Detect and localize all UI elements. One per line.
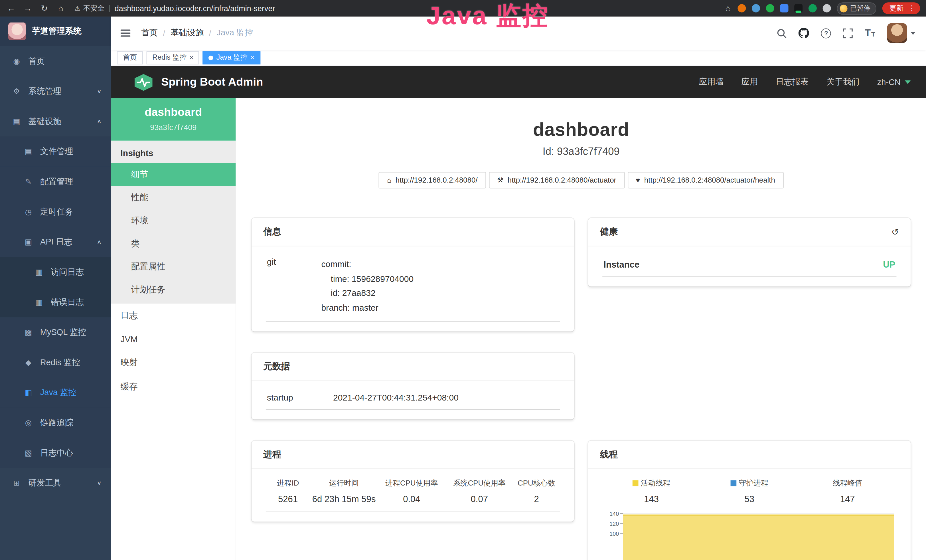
hamburger-icon[interactable] [120,30,130,37]
sba-menu-classes[interactable]: 类 [111,232,236,255]
sidebar-item-scheduled-tasks[interactable]: ◷ 定时任务 [0,197,111,227]
java-monitor-icon: ◧ [24,388,33,397]
sba-group-label[interactable]: Insights [111,141,236,163]
sidebar-item-home[interactable]: ◉ 首页 [0,46,111,76]
sidebar-item-log-center[interactable]: ▧ 日志中心 [0,437,111,468]
sba-nav-wallboard[interactable]: 应用墙 [699,77,723,87]
history-icon[interactable]: ↺ [891,227,899,237]
sba-main-content: dashboard Id: 93a3fc7f7409 ⌂ http://192.… [236,98,926,560]
sidebar-item-dev-tools[interactable]: ⊞ 研发工具 ∨ [0,468,111,498]
app-logo [8,23,26,40]
sba-nav-about[interactable]: 关于我们 [826,77,859,87]
font-size-icon[interactable]: TT [865,28,875,38]
process-card-header: 进程 [251,440,574,469]
back-icon[interactable]: ← [6,3,17,13]
sba-menu-performance[interactable]: 性能 [111,186,236,209]
sba-menu-config-properties[interactable]: 配置属性 [111,255,236,278]
sba-menu-jvm[interactable]: JVM [111,328,236,350]
sba-brand-title[interactable]: Spring Boot Admin [161,76,263,89]
extension-icon[interactable] [823,4,831,12]
breadcrumb-separator: / [163,28,165,38]
avatar[interactable] [887,23,907,43]
sba-nav-journal[interactable]: 日志报表 [776,77,809,87]
tab-java-monitor[interactable]: Java 监控 × [203,51,260,64]
extension-icon[interactable] [737,4,746,12]
column-header: 进程ID [266,478,310,488]
sba-menu-logs[interactable]: 日志 [111,304,236,328]
process-id-value: 5261 [266,493,310,504]
extension-icon[interactable] [794,4,802,12]
security-warning-icon[interactable]: ⚠ [74,5,80,12]
extension-icon[interactable] [766,4,774,12]
browser-update-button[interactable]: 更新 ⋮ [882,2,920,14]
info-row-git: git commit: time: 1596289704000 id: 27aa… [266,249,560,322]
instance-root-link[interactable]: ⌂ http://192.168.0.2:48080/ [379,172,486,189]
sidebar-item-redis-monitor[interactable]: ◆ Redis 监控 [0,348,111,378]
fullscreen-icon[interactable] [843,28,853,38]
sidebar-item-error-logs[interactable]: ▥ 错误日志 [0,287,111,317]
paused-label: 已暂停 [850,4,870,12]
sba-menu-details[interactable]: 细节 [111,163,236,186]
sidebar-item-access-logs[interactable]: ▥ 访问日志 [0,257,111,287]
security-label: 不安全 [83,3,104,13]
extension-icon[interactable] [808,4,817,12]
sidebar-item-config-management[interactable]: ✎ 配置管理 [0,166,111,197]
sba-nav-applications[interactable]: 应用 [741,77,758,87]
health-card: 健康 ↺ Instance UP [589,218,911,286]
chevron-up-icon: ∧ [97,118,101,125]
daemon-threads-swatch [731,480,737,486]
sba-menu-environment[interactable]: 环境 [111,209,236,232]
update-label: 更新 [890,3,904,13]
sba-instance-id: 93a3fc7f7409 [117,123,230,132]
instance-health-link[interactable]: ♥ http://192.168.0.2:48080/actuator/heal… [628,172,784,189]
forward-icon[interactable]: → [23,3,33,13]
breadcrumb-section[interactable]: 基础设施 [171,28,204,38]
main-column: 首页 / 基础设施 / Java 监控 ? [111,17,926,560]
sidebar-item-infrastructure[interactable]: ▦ 基础设施 ∧ [0,106,111,137]
info-row-value: commit: time: 1596289704000 id: 27aa832 … [321,257,559,315]
user-menu[interactable] [887,23,915,43]
app-logo-row[interactable]: 芋道管理系统 [0,17,111,46]
sidebar-item-system-management[interactable]: ⚙ 系统管理 ∨ [0,76,111,106]
help-icon[interactable]: ? [821,28,831,38]
breadcrumb-current: Java 监控 [217,28,253,38]
profile-paused-badge[interactable]: 已暂停 [837,2,876,14]
sidebar-item-java-monitor[interactable]: ◧ Java 监控 [0,377,111,408]
sba-menu-scheduled-tasks[interactable]: 计划任务 [111,278,236,301]
health-row-instance: Instance UP [602,249,896,277]
tab-home[interactable]: 首页 [117,51,143,64]
chevron-down-icon: ∨ [97,480,101,486]
extension-icon[interactable] [752,4,760,12]
process-cpu-value: 0.04 [378,493,445,504]
extension-icon[interactable] [780,4,788,12]
instance-actuator-link[interactable]: ⚒ http://192.168.0.2:48080/actuator [489,172,625,189]
close-icon[interactable]: × [190,54,194,61]
link-url: http://192.168.0.2:48080/ [396,176,478,184]
browser-menu-icon[interactable]: ⋮ [908,4,915,12]
sidebar-item-label: 访问日志 [51,267,84,277]
url-text[interactable]: dashboard.yudao.iocoder.cn/infra/admin-s… [115,4,275,12]
sba-menu-mappings[interactable]: 映射 [111,350,236,375]
sidebar-item-link-tracing[interactable]: ◎ 链路追踪 [0,408,111,438]
reload-icon[interactable]: ↻ [39,3,50,13]
metadata-row-value: 2021-04-27T00:44:31.254+08:00 [333,392,458,402]
bookmark-star-icon[interactable]: ☆ [725,4,731,12]
sba-header: Spring Boot Admin 应用墙 应用 日志报表 关于我们 zh-CN [111,66,926,98]
github-icon[interactable] [799,28,809,38]
sba-instance-header[interactable]: dashboard 93a3fc7f7409 [111,98,236,141]
tab-redis-monitor[interactable]: Redis 监控 × [147,51,199,64]
tab-label: 首页 [123,53,137,62]
close-icon[interactable]: × [250,54,254,61]
search-icon[interactable] [777,28,787,38]
breadcrumb-home[interactable]: 首页 [141,28,158,38]
sba-menu-caches[interactable]: 缓存 [111,375,236,399]
cpu-cores-value: 2 [513,493,560,504]
process-column-values: 5261 6d 23h 15m 59s 0.04 0.07 2 [266,490,560,512]
browser-home-icon[interactable]: ⌂ [56,3,66,13]
metadata-card: 元数据 startup 2021-04-27T00:44:31.254+08:0… [251,352,574,419]
sba-language-select[interactable]: zh-CN [877,77,911,87]
sidebar-item-api-logs[interactable]: ▣ API 日志 ∧ [0,227,111,257]
address-bar[interactable]: ⚠ 不安全 | dashboard.yudao.iocoder.cn/infra… [74,3,275,13]
sidebar-item-file-management[interactable]: ▤ 文件管理 [0,136,111,166]
sidebar-item-mysql-monitor[interactable]: ▩ MySQL 监控 [0,317,111,348]
